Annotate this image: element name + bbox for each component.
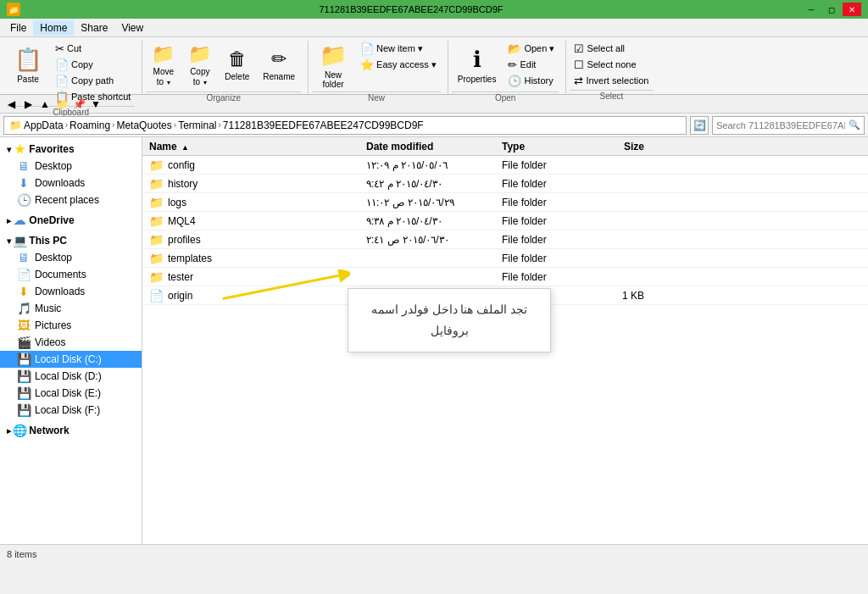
thispc-icon: 💻 bbox=[13, 234, 26, 247]
forward-button[interactable]: ▶ bbox=[20, 97, 36, 112]
desktop-fav-icon: 🖥 bbox=[17, 159, 31, 173]
delete-button[interactable]: 🗑 Delete bbox=[219, 41, 255, 90]
edit-label: Edit bbox=[520, 59, 536, 69]
path-roaming[interactable]: Roaming bbox=[70, 119, 110, 131]
music-icon: 🎵 bbox=[17, 302, 31, 315]
copy-path-button[interactable]: 📄 Copy path bbox=[51, 73, 135, 88]
menu-file[interactable]: File bbox=[3, 20, 33, 36]
search-icon[interactable]: 🔍 bbox=[849, 119, 860, 130]
ribbon-clipboard-group: 📋 Paste ✂ Cut 📄 Copy 📄 Copy path 📋 bbox=[3, 41, 142, 94]
sidebar-item-local-e[interactable]: 💾 Local Disk (E:) bbox=[0, 385, 142, 402]
app-icon: 📁 bbox=[7, 3, 20, 16]
file-row-config[interactable]: 📁 config ٢٠١٥/٠٥/٠٦ م ١٢:٠٩ File folder bbox=[142, 156, 868, 175]
pin-button[interactable]: 📌 bbox=[71, 97, 86, 112]
file-row-history[interactable]: 📁 history ٢٠١٥/٠٤/٣٠ م ٩:٤٢ File folder bbox=[142, 175, 868, 193]
invert-selection-button[interactable]: ⇄ Invert selection bbox=[570, 73, 653, 88]
file-type-tester: File folder bbox=[498, 271, 583, 283]
sidebar-item-local-f[interactable]: 💾 Local Disk (F:) bbox=[0, 402, 142, 419]
sidebar-item-local-c[interactable]: 💾 Local Disk (C:) bbox=[0, 351, 142, 368]
file-type-config: File folder bbox=[498, 159, 583, 171]
copy-path-icon: 📄 bbox=[55, 75, 69, 87]
restore-button[interactable]: ◻ bbox=[822, 3, 841, 16]
sidebar-item-local-d[interactable]: 💾 Local Disk (D:) bbox=[0, 368, 142, 385]
col-type-header[interactable]: Type bbox=[498, 141, 583, 153]
move-to-button[interactable]: 📁 Moveto ▾ bbox=[146, 41, 181, 90]
menu-share[interactable]: Share bbox=[74, 20, 114, 36]
file-name-config: 📁 config bbox=[142, 158, 363, 172]
col-name-header[interactable]: Name ▲ bbox=[142, 141, 363, 153]
sidebar-item-downloads-fav[interactable]: ⬇ Downloads bbox=[0, 175, 142, 192]
col-date-header[interactable]: Date modified bbox=[363, 141, 498, 153]
status-bar: 8 items bbox=[0, 544, 868, 563]
favorites-header[interactable]: ▾ ★ Favorites bbox=[0, 141, 142, 158]
refresh-button[interactable]: 🔄 bbox=[690, 116, 709, 135]
search-box[interactable]: 🔍 bbox=[712, 116, 865, 135]
copy-to-button[interactable]: 📁 Copyto ▾ bbox=[182, 41, 217, 90]
open-button[interactable]: 📂 Open ▾ bbox=[504, 41, 559, 56]
quick-access-dropdown[interactable]: ▼ bbox=[88, 97, 103, 112]
file-name-templates: 📁 templates bbox=[142, 252, 363, 265]
address-path[interactable]: 📁 AppData › Roaming › MetaQuotes › Termi… bbox=[3, 116, 687, 135]
sidebar-item-documents[interactable]: 📄 Documents bbox=[0, 266, 142, 283]
back-button[interactable]: ◀ bbox=[3, 97, 19, 112]
window-controls: ─ ◻ ✕ bbox=[802, 3, 861, 16]
tooltip-arrow bbox=[219, 269, 350, 303]
file-row-mql4[interactable]: 📁 MQL4 ٢٠١٥/٠٤/٣٠ م ٩:٣٨ File folder bbox=[142, 212, 868, 230]
open-label: Open ▾ bbox=[524, 43, 554, 54]
thispc-header[interactable]: ▾ 💻 This PC bbox=[0, 232, 142, 249]
select-none-button[interactable]: ☐ Select none bbox=[570, 57, 653, 72]
file-date-history: ٢٠١٥/٠٤/٣٠ م ٩:٤٢ bbox=[363, 178, 498, 190]
paste-button[interactable]: 📋 Paste bbox=[7, 41, 49, 90]
videos-icon: 🎬 bbox=[17, 336, 31, 349]
path-terminal[interactable]: Terminal bbox=[178, 119, 216, 131]
col-size-header[interactable]: Size bbox=[583, 141, 651, 153]
file-row-logs[interactable]: 📁 logs ٢٠١٥/٠٦/٢٩ ص ١١:٠٢ File folder bbox=[142, 193, 868, 212]
sidebar-item-desktop-fav[interactable]: 🖥 Desktop bbox=[0, 158, 142, 175]
select-all-button[interactable]: ☑ Select all bbox=[570, 41, 653, 56]
onedrive-header[interactable]: ▸ ☁ OneDrive bbox=[0, 212, 142, 229]
search-input[interactable] bbox=[716, 120, 845, 130]
file-type-templates: File folder bbox=[498, 253, 583, 264]
folder-icon-mql4: 📁 bbox=[149, 214, 164, 228]
downloads-fav-icon: ⬇ bbox=[17, 176, 31, 190]
file-date-logs: ٢٠١٥/٠٦/٢٩ ص ١١:٠٢ bbox=[363, 197, 498, 208]
file-type-mql4: File folder bbox=[498, 215, 583, 227]
network-header[interactable]: ▸ 🌐 Network bbox=[0, 422, 142, 439]
menu-home[interactable]: Home bbox=[33, 20, 74, 36]
onedrive-section: ▸ ☁ OneDrive bbox=[0, 212, 142, 229]
sidebar-item-music[interactable]: 🎵 Music bbox=[0, 300, 142, 317]
new-folder-icon: 📁 bbox=[320, 42, 347, 69]
path-hash[interactable]: 711281B39EEDFE67ABEE247CD99BCD9F bbox=[223, 119, 424, 131]
rename-button[interactable]: ✏ Rename bbox=[257, 41, 301, 90]
menu-view[interactable]: View bbox=[114, 20, 150, 36]
new-folder-label: Newfolder bbox=[323, 70, 344, 89]
edit-button[interactable]: ✏ Edit bbox=[504, 57, 559, 72]
drive-c-icon: 💾 bbox=[17, 353, 31, 366]
folder-icon-qa: 📁 bbox=[54, 97, 70, 112]
sidebar-item-recent[interactable]: 🕒 Recent places bbox=[0, 192, 142, 208]
up-button[interactable]: ▲ bbox=[37, 97, 53, 112]
file-row-profiles[interactable]: 📁 profiles ٢٠١٥/٠٦/٣٠ ص ٢:٤١ File folder bbox=[142, 230, 868, 249]
ribbon-open-group: ℹ Properties 📂 Open ▾ ✏ Edit 🕒 History O… bbox=[448, 41, 567, 94]
sidebar-item-videos[interactable]: 🎬 Videos bbox=[0, 334, 142, 351]
ribbon: 📋 Paste ✂ Cut 📄 Copy 📄 Copy path 📋 bbox=[0, 37, 868, 95]
minimize-button[interactable]: ─ bbox=[802, 3, 821, 16]
easy-access-button[interactable]: ⭐ Easy access ▾ bbox=[356, 57, 441, 72]
close-button[interactable]: ✕ bbox=[843, 3, 861, 16]
path-appdata[interactable]: AppData bbox=[24, 119, 64, 131]
recent-icon: 🕒 bbox=[17, 193, 31, 207]
title-bar: 📁 711281B39EEDFE67ABEE247CD99BCD9F ─ ◻ ✕ bbox=[0, 0, 868, 19]
new-folder-button[interactable]: 📁 Newfolder bbox=[312, 41, 354, 90]
ribbon-select-group: ☑ Select all ☐ Select none ⇄ Invert sele… bbox=[566, 41, 659, 94]
path-metaquotes[interactable]: MetaQuotes bbox=[116, 119, 171, 131]
properties-button[interactable]: ℹ Properties bbox=[452, 41, 503, 90]
sidebar-item-pictures[interactable]: 🖼 Pictures bbox=[0, 317, 142, 334]
file-row-templates[interactable]: 📁 templates File folder bbox=[142, 249, 868, 268]
new-item-button[interactable]: 📄 New item ▾ bbox=[356, 41, 441, 56]
history-button[interactable]: 🕒 History bbox=[504, 73, 559, 88]
copy-button[interactable]: 📄 Copy bbox=[51, 57, 135, 72]
sidebar-item-downloads-pc[interactable]: ⬇ Downloads bbox=[0, 283, 142, 300]
sidebar-item-desktop-pc[interactable]: 🖥 Desktop bbox=[0, 249, 142, 266]
network-section: ▸ 🌐 Network bbox=[0, 422, 142, 439]
cut-button[interactable]: ✂ Cut bbox=[51, 41, 135, 56]
